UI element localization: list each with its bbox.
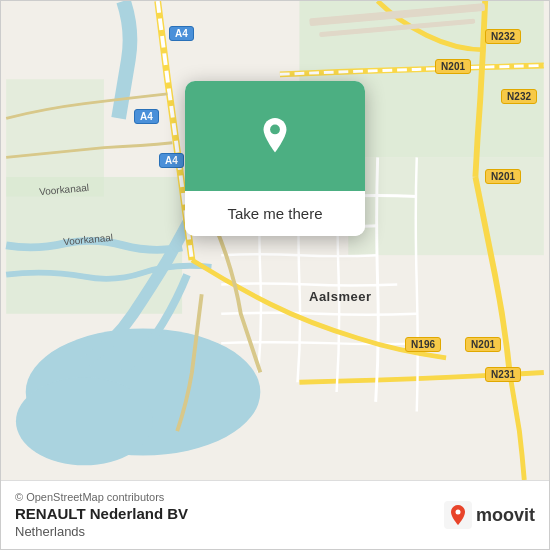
road-badge-n232-topright: N232	[485, 29, 521, 44]
footer-location-name: RENAULT Nederland BV	[15, 505, 188, 522]
popup-map-preview	[185, 81, 365, 191]
moovit-logo: moovit	[444, 501, 535, 529]
road-badge-n196: N196	[405, 337, 441, 352]
popup-card: Take me there	[185, 81, 365, 236]
road-badge-n232-right: N232	[501, 89, 537, 104]
road-badge-n231: N231	[485, 367, 521, 382]
road-badge-a4-top: A4	[169, 26, 194, 41]
moovit-logo-icon	[444, 501, 472, 529]
footer-info: © OpenStreetMap contributors RENAULT Ned…	[15, 491, 188, 539]
moovit-brand-text: moovit	[476, 505, 535, 526]
footer: © OpenStreetMap contributors RENAULT Ned…	[1, 480, 549, 549]
svg-point-9	[270, 125, 280, 135]
svg-point-6	[16, 377, 153, 465]
footer-location-country: Netherlands	[15, 524, 188, 539]
road-badge-a4-low: A4	[159, 153, 184, 168]
road-badge-a4-mid: A4	[134, 109, 159, 124]
app-container: A4 A4 A4 N232 N232 N201 N201 N201 N196 N…	[0, 0, 550, 550]
road-badge-n201-top: N201	[435, 59, 471, 74]
road-badge-n201-mid: N201	[485, 169, 521, 184]
footer-copyright: © OpenStreetMap contributors	[15, 491, 188, 503]
location-pin-icon	[257, 118, 293, 154]
road-badge-n201-bottom: N201	[465, 337, 501, 352]
map-container[interactable]: A4 A4 A4 N232 N232 N201 N201 N201 N196 N…	[1, 1, 549, 480]
take-me-there-button[interactable]: Take me there	[185, 191, 365, 236]
map-label-aalsmeer: Aalsmeer	[309, 289, 372, 304]
svg-rect-4	[6, 79, 104, 196]
svg-point-11	[455, 510, 460, 515]
